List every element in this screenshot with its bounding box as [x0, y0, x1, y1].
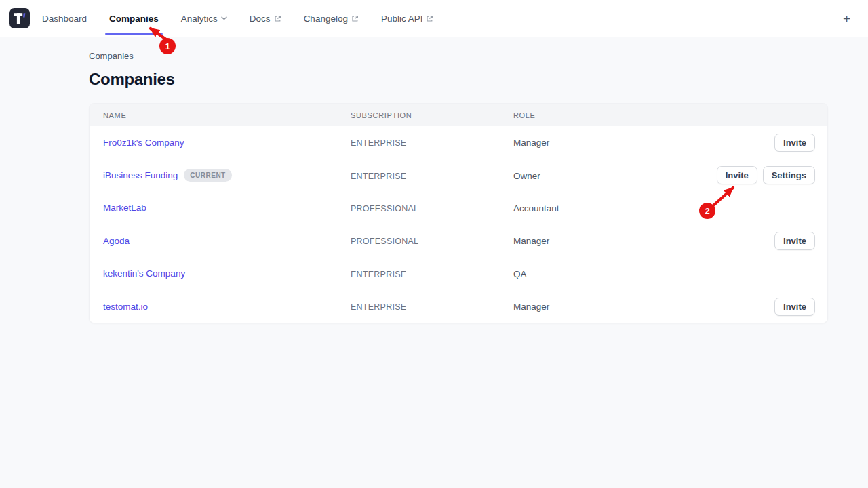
- column-header-role: Role: [513, 111, 815, 119]
- subscription-value: ENTERPRISE: [351, 270, 406, 279]
- company-link[interactable]: iBusiness Funding: [103, 170, 178, 180]
- company-link[interactable]: MarketLab: [103, 203, 146, 213]
- role-value: QA: [513, 269, 527, 279]
- column-header-subscription: Subscription: [351, 111, 513, 119]
- testomat-logo[interactable]: [9, 8, 30, 28]
- role-value: Manager: [513, 236, 549, 246]
- company-link[interactable]: testomat.io: [103, 302, 148, 312]
- nav-item-companies[interactable]: Companies: [109, 0, 159, 37]
- table-row: kekentin's Company ENTERPRISE QA: [90, 258, 827, 290]
- subscription-value: PROFESSIONAL: [351, 204, 418, 214]
- table-row: Agoda PROFESSIONAL Manager Invite: [90, 224, 827, 257]
- nav-item-dashboard[interactable]: Dashboard: [42, 0, 87, 37]
- annotation-number-1: 1: [165, 41, 170, 52]
- chevron-down-icon: [221, 16, 227, 20]
- role-value: Manager: [513, 138, 549, 148]
- table-row: testomat.io ENTERPRISE Manager Invite: [90, 290, 827, 323]
- subscription-value: ENTERPRISE: [351, 302, 406, 312]
- current-badge: CURRENT: [184, 169, 231, 182]
- invite-button[interactable]: Invite: [774, 232, 815, 250]
- breadcrumb[interactable]: Companies: [89, 51, 828, 61]
- nav-label-changelog: Changelog: [304, 14, 348, 24]
- add-icon[interactable]: +: [837, 9, 856, 28]
- table-header-row: Name Subscription Role: [90, 104, 827, 126]
- subscription-value: ENTERPRISE: [351, 171, 406, 181]
- main-nav: Dashboard Companies Analytics Docs Chang…: [42, 0, 456, 37]
- table-row: Fro0z1k's Company ENTERPRISE Manager Inv…: [90, 126, 827, 159]
- nav-item-docs[interactable]: Docs: [250, 0, 281, 37]
- invite-button[interactable]: Invite: [774, 134, 815, 152]
- nav-label-public-api: Public API: [381, 14, 423, 24]
- column-header-name: Name: [103, 111, 351, 119]
- subscription-value: ENTERPRISE: [351, 138, 406, 148]
- nav-item-changelog[interactable]: Changelog: [304, 0, 359, 37]
- role-value: Accountant: [513, 203, 559, 214]
- table-row: iBusiness Funding CURRENT ENTERPRISE Own…: [90, 159, 827, 191]
- external-link-icon: [426, 15, 433, 22]
- table-row: MarketLab PROFESSIONAL Accountant: [90, 192, 827, 224]
- settings-button[interactable]: Settings: [763, 166, 815, 184]
- external-link-icon: [351, 15, 359, 22]
- company-link[interactable]: kekentin's Company: [103, 268, 185, 279]
- subscription-value: PROFESSIONAL: [351, 237, 418, 246]
- nav-item-public-api[interactable]: Public API: [381, 0, 434, 37]
- role-value: Owner: [513, 171, 540, 181]
- nav-label-dashboard: Dashboard: [42, 14, 87, 24]
- invite-button[interactable]: Invite: [774, 298, 815, 316]
- top-navigation: Dashboard Companies Analytics Docs Chang…: [0, 0, 868, 37]
- testomat-logo-icon: [9, 8, 30, 28]
- company-link[interactable]: Agoda: [103, 236, 130, 246]
- page-title: Companies: [89, 70, 828, 89]
- nav-label-companies: Companies: [109, 14, 159, 24]
- main-content: Companies Companies Name Subscription Ro…: [89, 51, 828, 323]
- role-value: Manager: [513, 302, 549, 312]
- invite-button[interactable]: Invite: [717, 166, 757, 184]
- external-link-icon: [274, 15, 281, 22]
- companies-table: Name Subscription Role Fro0z1k's Company…: [89, 103, 828, 323]
- company-link[interactable]: Fro0z1k's Company: [103, 138, 184, 148]
- nav-item-analytics[interactable]: Analytics: [181, 0, 227, 37]
- nav-label-docs: Docs: [250, 14, 271, 24]
- nav-label-analytics: Analytics: [181, 14, 218, 24]
